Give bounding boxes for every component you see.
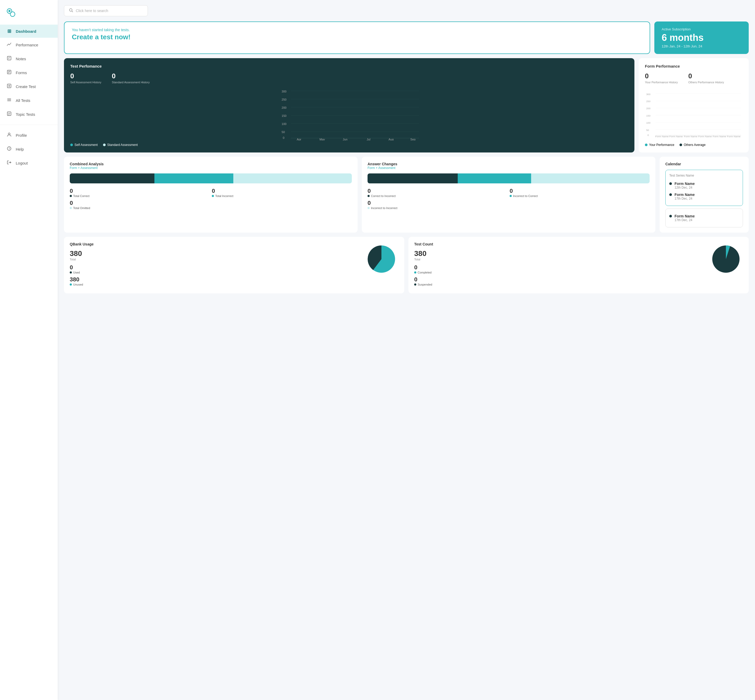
incorrect-to-incorrect-box: 0 Incorrect to Incorrect: [368, 200, 650, 209]
sidebar-item-notes[interactable]: Notes: [0, 52, 58, 66]
svg-rect-3: [7, 56, 11, 60]
svg-text:Jun: Jun: [343, 138, 348, 141]
svg-text:0: 0: [647, 134, 649, 136]
suspended-value: 0: [414, 276, 703, 283]
svg-text:Form Name: Form Name: [699, 135, 712, 138]
qbank-title: QBank Usage: [70, 242, 359, 246]
correct-to-incorrect-value: 0: [368, 188, 508, 194]
cal-standalone-name: Form Name: [675, 214, 695, 218]
calendar-item-1: Form Name 12th Dec, 24: [669, 180, 739, 191]
all-tests-icon: [6, 97, 12, 103]
test-performance-card: Test Perfomance 0 Self Assessment Histor…: [64, 58, 634, 153]
omitted-dot: [70, 207, 72, 209]
incorrect-to-incorrect-label: Incorrect to Incorrect: [368, 206, 650, 209]
standard-assessment-stat: 0 Standard Assessment History: [112, 72, 150, 84]
profile-icon: [6, 132, 12, 138]
sidebar: ⊞ Dashboard Performance Notes Forms Cr: [0, 0, 58, 700]
performance-icon: [6, 42, 12, 48]
svg-text:300: 300: [282, 90, 287, 93]
calendar-title: Calendar: [665, 162, 743, 166]
cal-item-2-date: 17th Dec, 24: [675, 197, 695, 200]
sidebar-item-logout[interactable]: Logout: [0, 156, 58, 170]
analysis-row: Combined Analysis Form + Assessment 0 To…: [64, 157, 749, 233]
dashboard-icon: ⊞: [6, 28, 12, 34]
sidebar-nav: ⊞ Dashboard Performance Notes Forms Cr: [0, 25, 58, 695]
svg-text:May: May: [320, 138, 325, 141]
qbank-total-value: 380: [70, 249, 359, 258]
test-perf-chart: 300 250 200 150 100 50 0 Apr: [70, 88, 628, 141]
total-incorrect-value: 0: [212, 188, 352, 194]
svg-text:250: 250: [646, 100, 651, 103]
svg-text:150: 150: [646, 114, 651, 117]
legend-label-others: Others Average: [684, 143, 705, 147]
search-icon: [69, 8, 73, 13]
calendar-item-2: Form Name 17th Dec, 24: [669, 191, 739, 202]
combined-progress-bar: [70, 173, 352, 183]
legend-standard-assessment: Standard Assessment: [103, 143, 138, 147]
help-icon: ?: [6, 146, 12, 152]
suspended-label: Suspended: [414, 283, 703, 286]
svg-text:Form Name: Form Name: [684, 135, 698, 138]
svg-text:50: 50: [646, 129, 649, 131]
cal-standalone-item: Form Name 17th Dec, 24: [669, 212, 739, 223]
correct-dot: [70, 195, 72, 197]
qbank-info: QBank Usage 380 Total 0 Used 380 Unused: [70, 242, 359, 288]
search-bar[interactable]: Click here to search: [64, 5, 148, 16]
sidebar-label-create-test: Create Test: [16, 84, 36, 89]
test-perf-stats: 0 Self Assessment History 0 Standard Ass…: [70, 72, 628, 84]
completed-value: 0: [414, 264, 703, 271]
your-performance-label: Your Performance History: [645, 81, 678, 84]
completed-label: Completed: [414, 271, 703, 274]
sidebar-item-performance[interactable]: Performance: [0, 38, 58, 52]
charts-row: Test Perfomance 0 Self Assessment Histor…: [64, 58, 749, 153]
test-count-pie-svg: [709, 242, 743, 276]
answer-changes-bar: [368, 173, 650, 183]
svg-text:Jul: Jul: [367, 138, 370, 141]
test-performance-title: Test Perfomance: [70, 64, 628, 69]
test-perf-legend: Self Assessment Standard Assessment: [70, 143, 628, 147]
topic-tests-icon: [6, 111, 12, 117]
calendar-card: Calendar Test Series Name Form Name 12th…: [659, 157, 749, 233]
c2i-dot: [368, 195, 370, 197]
self-assessment-value: 0: [70, 72, 102, 80]
cal-series-label: Test Series Name: [669, 174, 739, 177]
legend-dot-others: [680, 144, 682, 146]
svg-text:Sep: Sep: [410, 138, 415, 141]
incorrect-dot: [212, 195, 214, 197]
svg-point-1: [10, 12, 15, 17]
legend-dot-self: [70, 144, 73, 146]
sidebar-item-create-test[interactable]: Create Test: [0, 80, 58, 93]
subscription-card: Active Subscription 6 months 12th Jan, 2…: [654, 22, 749, 54]
qbank-unused: 380 Unused: [70, 276, 359, 286]
sidebar-item-forms[interactable]: Forms: [0, 66, 58, 80]
svg-point-2: [8, 10, 11, 12]
sidebar-item-topic-tests[interactable]: Topic Tests: [0, 108, 58, 121]
cal-item-2-name: Form Name: [675, 192, 695, 197]
sidebar-item-help[interactable]: ? Help: [0, 142, 58, 156]
answer-bar-light: [531, 173, 650, 183]
subscription-duration: 6 months: [662, 32, 741, 43]
sidebar-item-profile[interactable]: Profile: [0, 129, 58, 142]
create-test-icon: [6, 84, 12, 90]
svg-rect-16: [7, 112, 11, 116]
self-assessment-stat: 0 Self Assessment History: [70, 72, 102, 84]
sidebar-label-profile: Profile: [16, 133, 27, 138]
forms-icon: [6, 70, 12, 76]
sidebar-label-topic-tests: Topic Tests: [16, 112, 35, 117]
legend-self-assessment: Self Assessment: [70, 143, 98, 147]
standard-assessment-label: Standard Assessment History: [112, 81, 150, 84]
answer-changes-sub: Form + Assessment: [368, 166, 650, 170]
cta-subtitle: You haven't started taking the tests.: [72, 28, 642, 32]
total-incorrect-label: Total Incorrect: [212, 194, 352, 197]
nav-divider: [0, 125, 58, 125]
self-assessment-label: Self Assessment History: [70, 81, 102, 84]
used-dot: [70, 272, 72, 273]
incorrect-to-incorrect-value: 0: [368, 200, 650, 206]
i2i-dot: [368, 207, 370, 209]
svg-text:Form Name: Form Name: [655, 135, 669, 138]
answer-changes-card: Answer Changes Form + Assessment 0 Corre…: [362, 157, 655, 233]
sidebar-item-dashboard[interactable]: ⊞ Dashboard: [0, 25, 58, 38]
logout-icon: [6, 160, 12, 166]
sidebar-item-all-tests[interactable]: All Tests: [0, 94, 58, 107]
total-correct-value: 0: [70, 188, 210, 194]
